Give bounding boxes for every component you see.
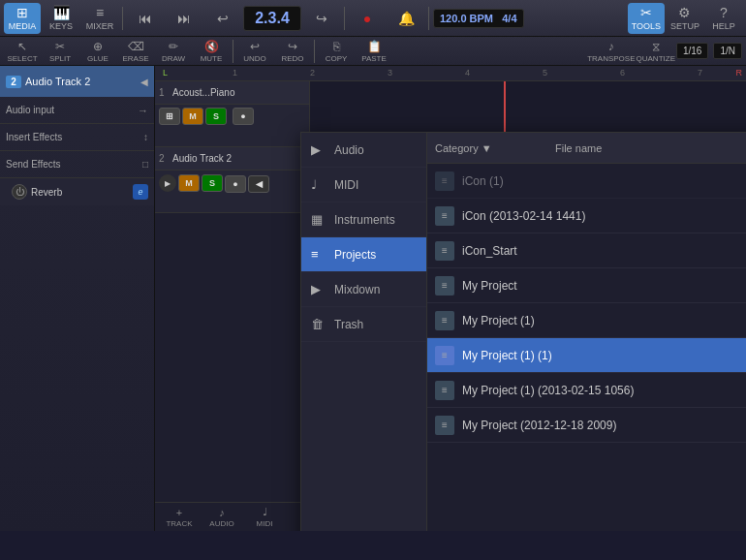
sep2: [344, 7, 345, 30]
filename-col-header[interactable]: File name: [555, 142, 746, 154]
track-2-mute[interactable]: M: [178, 174, 200, 192]
help-btn[interactable]: ? HELP: [705, 3, 742, 34]
fb-sidebar-audio[interactable]: ▶ Audio: [301, 133, 426, 168]
select-tool[interactable]: ↖ SELECT: [4, 39, 41, 64]
transpose-tool[interactable]: ♪ TRANSPOSE: [587, 39, 635, 64]
file-icon-0: ≡: [435, 171, 454, 191]
reverb-edit-btn[interactable]: e: [133, 184, 148, 200]
redo-tool[interactable]: ↪ REDO: [274, 39, 311, 64]
draw-tool[interactable]: ✏ DRAW: [155, 39, 192, 64]
split-tool[interactable]: ✂ SPLIT: [42, 39, 78, 64]
loop-back-btn[interactable]: ↩: [204, 3, 241, 34]
mixer-btn[interactable]: ≡ MIXER: [81, 3, 118, 34]
audio-input-arrow[interactable]: →: [138, 105, 148, 116]
undo-tool[interactable]: ↩ UNDO: [236, 39, 273, 64]
file-row-6[interactable]: ≡ My Project (1) (2013-02-15 1056) 15.02…: [427, 373, 746, 408]
track-2-controls: ▶ M S ● ◀: [155, 171, 309, 196]
file-row-7[interactable]: ≡ My Project (2012-12-18 2009) 18.12.12 …: [427, 408, 746, 443]
loop-fwd-btn[interactable]: ↪: [303, 3, 340, 34]
fast-forward-btn[interactable]: ⏭: [166, 3, 202, 34]
file-icon-1: ≡: [435, 206, 454, 226]
track-2-title-row: 2 Audio Track 2: [155, 147, 309, 171]
help-label: HELP: [712, 21, 735, 31]
copy-tool[interactable]: ⎘ COPY: [318, 39, 355, 64]
trash-sidebar-label: Trash: [334, 318, 363, 331]
track-2-monitor[interactable]: ◀: [248, 175, 269, 193]
file-row-0[interactable]: ≡ iCon (1) e 15.02.13 10:55: [427, 164, 746, 199]
file-row-1[interactable]: ≡ iCon (2013-02-14 1441) 14.02.13 14:41: [427, 199, 746, 233]
transpose-label: TRANSPOSE: [587, 54, 635, 63]
ruler-2: 2: [310, 68, 315, 78]
setup-icon: ⚙: [678, 5, 691, 20]
record-btn[interactable]: ●: [349, 3, 386, 34]
track-1-vol[interactable]: ●: [233, 108, 254, 125]
paste-tool[interactable]: 📋 PASTE: [356, 39, 392, 64]
filename-label: File name: [555, 142, 602, 154]
tools-btn[interactable]: ✂ TOOLS: [628, 3, 665, 34]
copy-label: COPY: [326, 54, 348, 63]
paste-icon: 📋: [367, 40, 382, 53]
setup-label: SETUP: [670, 21, 699, 31]
add-track-btn[interactable]: + TRACK: [159, 505, 200, 530]
track-1-title-row: 1 Acoust...Piano: [155, 81, 309, 105]
quantize-value[interactable]: 1/16: [676, 43, 708, 59]
file-icon-5: ≡: [435, 346, 454, 365]
track-1-solo[interactable]: S: [205, 108, 227, 125]
erase-icon: ⌫: [128, 40, 144, 53]
file-row-5[interactable]: ≡ My Project (1) (1) e 23.02.13 14:06: [427, 338, 746, 373]
split-icon: ✂: [55, 40, 65, 53]
erase-tool[interactable]: ⌫ ERASE: [117, 39, 154, 64]
fb-sidebar-midi[interactable]: ♩ MIDI: [301, 168, 426, 202]
category-col-header[interactable]: Category ▼: [435, 142, 551, 154]
track-1-expand[interactable]: ⊞: [159, 108, 180, 125]
quantize-icon: ⧖: [652, 40, 660, 53]
midi-sidebar-label: MIDI: [334, 178, 358, 192]
file-icon-4: ≡: [435, 311, 454, 330]
fraction-value[interactable]: 1/N: [713, 43, 742, 59]
keys-btn[interactable]: 🎹 KEYS: [43, 3, 79, 34]
fb-sidebar-mixdown[interactable]: ▶ Mixdown: [301, 272, 426, 307]
track-collapse-btn[interactable]: ◀: [140, 77, 148, 87]
file-row-4[interactable]: ≡ My Project (1) e 23.02.13 14:04: [427, 303, 746, 338]
file-browser: ▶ Audio ♩ MIDI ▦ Instruments ≡ Projects …: [300, 132, 746, 531]
rewind-btn[interactable]: ⏮: [127, 3, 164, 34]
send-effects-icon[interactable]: □: [142, 159, 148, 170]
fb-sidebar-instruments[interactable]: ▦ Instruments: [301, 202, 426, 237]
mute-tool[interactable]: 🔇 MUTE: [193, 39, 230, 64]
projects-sidebar-icon: ≡: [311, 247, 326, 262]
trash-sidebar-icon: 🗑: [311, 317, 326, 331]
track-2-rec[interactable]: ●: [225, 175, 246, 193]
audio-action-label: AUDIO: [209, 519, 233, 528]
add-midi-btn[interactable]: ♩ MIDI: [244, 505, 285, 530]
metronome-btn[interactable]: 🔔: [388, 3, 424, 34]
add-audio-btn[interactable]: ♪ AUDIO: [202, 505, 242, 530]
setup-btn[interactable]: ⚙ SETUP: [667, 3, 703, 34]
fb-sidebar-trash[interactable]: 🗑 Trash: [301, 307, 426, 342]
timeline-ruler: L 1 2 3 4 5 6 7 R: [155, 66, 746, 81]
track-1-mute[interactable]: M: [182, 108, 203, 125]
media-btn[interactable]: ⊞ MEDIA: [4, 3, 41, 34]
track-2-play[interactable]: ▶: [159, 174, 176, 192]
instruments-sidebar-icon: ▦: [311, 212, 326, 227]
keys-label: KEYS: [49, 21, 73, 31]
track-action-label: TRACK: [166, 519, 192, 528]
track-2-solo[interactable]: S: [202, 174, 223, 192]
send-effects-row[interactable]: Send Effects □: [0, 151, 154, 178]
fb-sidebar-projects[interactable]: ≡ Projects: [301, 237, 426, 272]
glue-tool[interactable]: ⊕ GLUE: [79, 39, 116, 64]
midi-sidebar-icon: ♩: [311, 177, 326, 192]
ruler-6: 6: [620, 68, 625, 78]
undo-icon: ↩: [250, 40, 260, 53]
ruler-1: 1: [233, 68, 237, 78]
file-row-3[interactable]: ≡ My Project e 15.02.13 10:55: [427, 268, 746, 303]
reverb-power-btn[interactable]: ⏻: [12, 184, 27, 200]
filename-2: iCon_Start: [462, 244, 743, 258]
media-label: MEDIA: [9, 21, 37, 31]
quantize-tool[interactable]: ⧖ QUANTIZE: [637, 39, 675, 64]
loop-back-icon: ↩: [217, 11, 229, 26]
track-number: 2: [6, 76, 21, 88]
insert-effects-row[interactable]: Insert Effects ↕: [0, 124, 154, 151]
file-row-2[interactable]: ≡ iCon_Start e 15.02.13 10:55: [427, 233, 746, 268]
loop-fwd-icon: ↪: [316, 11, 327, 26]
insert-effects-expand[interactable]: ↕: [143, 132, 148, 142]
